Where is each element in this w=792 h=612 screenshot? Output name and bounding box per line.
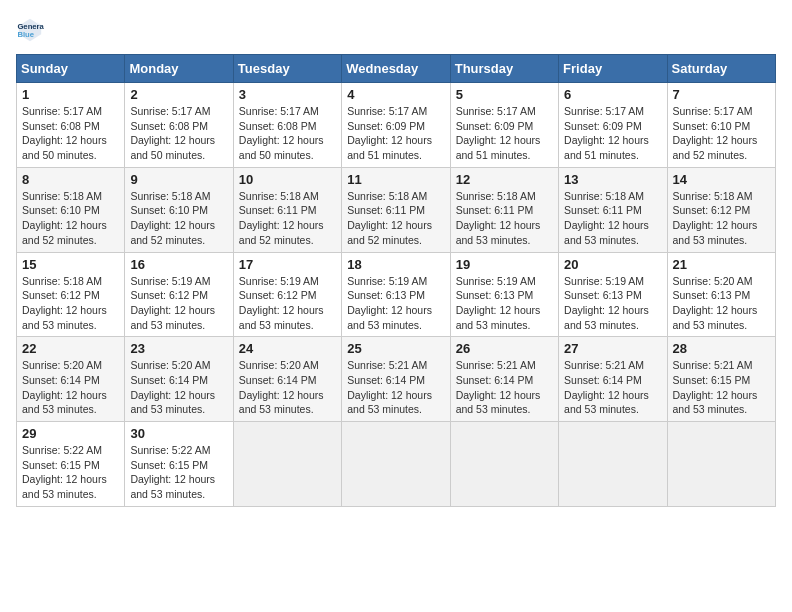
calendar-cell: 23Sunrise: 5:20 AM Sunset: 6:14 PM Dayli…: [125, 337, 233, 422]
day-number: 14: [673, 172, 770, 187]
day-number: 6: [564, 87, 661, 102]
calendar-cell: 18Sunrise: 5:19 AM Sunset: 6:13 PM Dayli…: [342, 252, 450, 337]
calendar-week-5: 29Sunrise: 5:22 AM Sunset: 6:15 PM Dayli…: [17, 422, 776, 507]
day-info: Sunrise: 5:18 AM Sunset: 6:11 PM Dayligh…: [347, 189, 444, 248]
weekday-header-friday: Friday: [559, 55, 667, 83]
day-info: Sunrise: 5:21 AM Sunset: 6:14 PM Dayligh…: [456, 358, 553, 417]
logo: General Blue: [16, 16, 48, 44]
day-info: Sunrise: 5:20 AM Sunset: 6:14 PM Dayligh…: [239, 358, 336, 417]
calendar-cell: 2Sunrise: 5:17 AM Sunset: 6:08 PM Daylig…: [125, 83, 233, 168]
day-number: 11: [347, 172, 444, 187]
calendar-cell: 7Sunrise: 5:17 AM Sunset: 6:10 PM Daylig…: [667, 83, 775, 168]
calendar-week-2: 8Sunrise: 5:18 AM Sunset: 6:10 PM Daylig…: [17, 167, 776, 252]
day-number: 28: [673, 341, 770, 356]
day-info: Sunrise: 5:20 AM Sunset: 6:14 PM Dayligh…: [130, 358, 227, 417]
calendar-cell: 3Sunrise: 5:17 AM Sunset: 6:08 PM Daylig…: [233, 83, 341, 168]
day-info: Sunrise: 5:18 AM Sunset: 6:12 PM Dayligh…: [673, 189, 770, 248]
day-number: 8: [22, 172, 119, 187]
calendar-week-1: 1Sunrise: 5:17 AM Sunset: 6:08 PM Daylig…: [17, 83, 776, 168]
header: General Blue: [16, 16, 776, 44]
calendar-cell: [559, 422, 667, 507]
day-number: 2: [130, 87, 227, 102]
calendar-cell: 11Sunrise: 5:18 AM Sunset: 6:11 PM Dayli…: [342, 167, 450, 252]
day-number: 20: [564, 257, 661, 272]
calendar-cell: 22Sunrise: 5:20 AM Sunset: 6:14 PM Dayli…: [17, 337, 125, 422]
day-info: Sunrise: 5:18 AM Sunset: 6:10 PM Dayligh…: [22, 189, 119, 248]
day-number: 25: [347, 341, 444, 356]
day-number: 24: [239, 341, 336, 356]
day-info: Sunrise: 5:18 AM Sunset: 6:10 PM Dayligh…: [130, 189, 227, 248]
day-number: 13: [564, 172, 661, 187]
day-info: Sunrise: 5:18 AM Sunset: 6:11 PM Dayligh…: [456, 189, 553, 248]
calendar-cell: 15Sunrise: 5:18 AM Sunset: 6:12 PM Dayli…: [17, 252, 125, 337]
calendar-cell: [342, 422, 450, 507]
calendar-cell: 20Sunrise: 5:19 AM Sunset: 6:13 PM Dayli…: [559, 252, 667, 337]
weekday-header-tuesday: Tuesday: [233, 55, 341, 83]
weekday-header-thursday: Thursday: [450, 55, 558, 83]
day-number: 17: [239, 257, 336, 272]
calendar-cell: 14Sunrise: 5:18 AM Sunset: 6:12 PM Dayli…: [667, 167, 775, 252]
calendar-cell: 10Sunrise: 5:18 AM Sunset: 6:11 PM Dayli…: [233, 167, 341, 252]
day-info: Sunrise: 5:17 AM Sunset: 6:08 PM Dayligh…: [130, 104, 227, 163]
day-info: Sunrise: 5:17 AM Sunset: 6:08 PM Dayligh…: [239, 104, 336, 163]
calendar-table: SundayMondayTuesdayWednesdayThursdayFrid…: [16, 54, 776, 507]
calendar-cell: 13Sunrise: 5:18 AM Sunset: 6:11 PM Dayli…: [559, 167, 667, 252]
calendar-week-4: 22Sunrise: 5:20 AM Sunset: 6:14 PM Dayli…: [17, 337, 776, 422]
day-number: 19: [456, 257, 553, 272]
day-number: 27: [564, 341, 661, 356]
day-number: 26: [456, 341, 553, 356]
day-info: Sunrise: 5:17 AM Sunset: 6:09 PM Dayligh…: [564, 104, 661, 163]
day-number: 30: [130, 426, 227, 441]
weekday-header-sunday: Sunday: [17, 55, 125, 83]
weekday-row: SundayMondayTuesdayWednesdayThursdayFrid…: [17, 55, 776, 83]
day-info: Sunrise: 5:19 AM Sunset: 6:12 PM Dayligh…: [239, 274, 336, 333]
svg-text:Blue: Blue: [17, 30, 34, 39]
day-number: 23: [130, 341, 227, 356]
day-info: Sunrise: 5:18 AM Sunset: 6:11 PM Dayligh…: [564, 189, 661, 248]
day-number: 1: [22, 87, 119, 102]
calendar-cell: 21Sunrise: 5:20 AM Sunset: 6:13 PM Dayli…: [667, 252, 775, 337]
day-info: Sunrise: 5:17 AM Sunset: 6:09 PM Dayligh…: [347, 104, 444, 163]
day-info: Sunrise: 5:19 AM Sunset: 6:13 PM Dayligh…: [564, 274, 661, 333]
day-number: 5: [456, 87, 553, 102]
day-number: 7: [673, 87, 770, 102]
calendar-week-3: 15Sunrise: 5:18 AM Sunset: 6:12 PM Dayli…: [17, 252, 776, 337]
day-number: 21: [673, 257, 770, 272]
calendar-cell: 12Sunrise: 5:18 AM Sunset: 6:11 PM Dayli…: [450, 167, 558, 252]
calendar-cell: 9Sunrise: 5:18 AM Sunset: 6:10 PM Daylig…: [125, 167, 233, 252]
calendar-cell: 26Sunrise: 5:21 AM Sunset: 6:14 PM Dayli…: [450, 337, 558, 422]
day-info: Sunrise: 5:21 AM Sunset: 6:15 PM Dayligh…: [673, 358, 770, 417]
calendar-cell: 5Sunrise: 5:17 AM Sunset: 6:09 PM Daylig…: [450, 83, 558, 168]
calendar-cell: 30Sunrise: 5:22 AM Sunset: 6:15 PM Dayli…: [125, 422, 233, 507]
calendar-cell: 8Sunrise: 5:18 AM Sunset: 6:10 PM Daylig…: [17, 167, 125, 252]
weekday-header-wednesday: Wednesday: [342, 55, 450, 83]
day-info: Sunrise: 5:19 AM Sunset: 6:12 PM Dayligh…: [130, 274, 227, 333]
calendar-body: 1Sunrise: 5:17 AM Sunset: 6:08 PM Daylig…: [17, 83, 776, 507]
calendar-cell: [667, 422, 775, 507]
day-info: Sunrise: 5:17 AM Sunset: 6:08 PM Dayligh…: [22, 104, 119, 163]
day-number: 9: [130, 172, 227, 187]
day-number: 15: [22, 257, 119, 272]
day-info: Sunrise: 5:19 AM Sunset: 6:13 PM Dayligh…: [456, 274, 553, 333]
calendar-cell: 16Sunrise: 5:19 AM Sunset: 6:12 PM Dayli…: [125, 252, 233, 337]
day-info: Sunrise: 5:20 AM Sunset: 6:14 PM Dayligh…: [22, 358, 119, 417]
calendar-cell: 25Sunrise: 5:21 AM Sunset: 6:14 PM Dayli…: [342, 337, 450, 422]
calendar-cell: 24Sunrise: 5:20 AM Sunset: 6:14 PM Dayli…: [233, 337, 341, 422]
calendar-cell: 28Sunrise: 5:21 AM Sunset: 6:15 PM Dayli…: [667, 337, 775, 422]
day-info: Sunrise: 5:17 AM Sunset: 6:09 PM Dayligh…: [456, 104, 553, 163]
svg-text:General: General: [17, 22, 44, 31]
day-number: 16: [130, 257, 227, 272]
logo-icon: General Blue: [16, 16, 44, 44]
day-info: Sunrise: 5:21 AM Sunset: 6:14 PM Dayligh…: [564, 358, 661, 417]
day-number: 22: [22, 341, 119, 356]
day-number: 18: [347, 257, 444, 272]
day-info: Sunrise: 5:18 AM Sunset: 6:12 PM Dayligh…: [22, 274, 119, 333]
calendar-cell: [450, 422, 558, 507]
day-info: Sunrise: 5:22 AM Sunset: 6:15 PM Dayligh…: [130, 443, 227, 502]
weekday-header-saturday: Saturday: [667, 55, 775, 83]
day-number: 10: [239, 172, 336, 187]
calendar-cell: [233, 422, 341, 507]
calendar-cell: 27Sunrise: 5:21 AM Sunset: 6:14 PM Dayli…: [559, 337, 667, 422]
day-number: 12: [456, 172, 553, 187]
day-info: Sunrise: 5:20 AM Sunset: 6:13 PM Dayligh…: [673, 274, 770, 333]
